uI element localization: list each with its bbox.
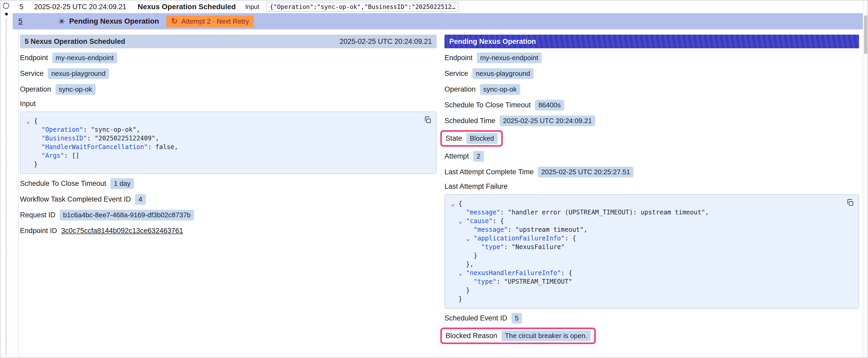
event-name: Nexus Operation Scheduled [138, 3, 236, 11]
field-value-chip: sync-op-ok [480, 84, 520, 95]
content-area: 5 2025-02-25 UTC 20:24:09.21 Nexus Opera… [12, 1, 863, 357]
field-value-chip: 2025-02-25 UTC 20:25:27.51 [538, 167, 633, 177]
field-label: Endpoint [444, 54, 473, 62]
field-label: Endpoint [20, 54, 48, 62]
collapse-icon[interactable]: ⌄ [26, 117, 34, 125]
field-row-operation: Operation sync-op-ok [444, 83, 859, 96]
pending-event-id-link[interactable]: 5 [19, 17, 58, 26]
attempt-retry-label: Attempt 2 · Next Retry [182, 17, 249, 26]
timeline-dot-icon [5, 12, 8, 15]
copy-icon[interactable] [424, 116, 432, 124]
field-label: Workflow Task Completed Event ID [20, 195, 131, 203]
field-value-chip: 86400s [535, 100, 564, 110]
retry-icon: ↻ [171, 17, 178, 25]
field-label: Scheduled Event ID [444, 314, 507, 322]
failure-section-label: Last Attempt Failure [444, 183, 859, 191]
field-row-state: State Blocked [444, 130, 859, 147]
field-row-last-attempt-complete: Last Attempt Complete Time 2025-02-25 UT… [444, 166, 859, 178]
copy-icon[interactable] [846, 198, 854, 207]
field-row-service: Service nexus-playground [444, 67, 859, 80]
blocked-reason-value-chip: The circuit breaker is open. [501, 330, 591, 341]
state-value-chip: Blocked [466, 133, 498, 144]
event-history-view: 5 2025-02-25 UTC 20:24:09.21 Nexus Opera… [1, 1, 867, 357]
field-label: Operation [20, 85, 51, 93]
event-detail-panel: 5 Nexus Operation Scheduled 2025-02-25 U… [20, 35, 437, 357]
timeline-connector-line [6, 19, 6, 355]
field-value-chip: nexus-playground [472, 68, 533, 79]
field-label: Schedule To Close Timeout [20, 180, 106, 188]
field-value-chip: my-nexus-endpoint [477, 53, 542, 63]
field-row-endpoint-id: Endpoint ID 3c0c75ccfa8144b092c13ce63246… [20, 224, 437, 237]
field-label: Service [444, 70, 468, 78]
field-row-scheduled-time: Scheduled Time 2025-02-25 UTC 20:24:09.2… [444, 115, 859, 127]
field-row-wft-completed-id: Workflow Task Completed Event ID 4 [20, 193, 437, 205]
field-label: Last Attempt Complete Time [444, 168, 533, 176]
field-row-schedule-to-close: Schedule To Close Timeout 86400s [444, 99, 859, 111]
timeline-spinner-icon [3, 3, 9, 9]
field-row-schedule-to-close: Schedule To Close Timeout 1 day [20, 177, 437, 190]
pending-operation-row[interactable]: 5 ✳ Pending Nexus Operation ↻ Attempt 2 … [12, 13, 863, 29]
attempt-retry-badge: ↻ Attempt 2 · Next Retry [166, 15, 253, 27]
field-label: Operation [444, 85, 476, 93]
collapse-icon[interactable]: ⌄ [459, 269, 466, 276]
field-label: Endpoint ID [20, 227, 57, 235]
input-section-label: Input [20, 100, 437, 108]
field-value-chip: 4 [135, 194, 146, 205]
pending-operation-header: Pending Nexus Operation [444, 35, 859, 48]
field-value-chip: sync-op-ok [56, 84, 96, 95]
pending-operation-panel: Pending Nexus Operation Endpoint my-nexu… [444, 35, 859, 357]
field-row-operation: Operation sync-op-ok [20, 83, 437, 96]
field-row-attempt: Attempt 2 [444, 150, 859, 162]
input-json-viewer: ⌄ { "Operation": "sync-op-ok", "Business… [20, 111, 437, 174]
event-timestamp: 2025-02-25 UTC 20:24:09.21 [34, 3, 131, 11]
field-row-endpoint: Endpoint my-nexus-endpoint [20, 52, 437, 64]
endpoint-id-link[interactable]: 3c0c75ccfa8144b092c13ce632463761 [61, 227, 183, 235]
field-value-chip: 5 [512, 313, 522, 324]
field-value-chip: b1c6a4bc-8ee7-468a-9169-df3b02c8737b [60, 210, 194, 221]
field-row-blocked-reason: Blocked Reason The circuit breaker is op… [444, 328, 859, 344]
state-annotation-highlight: State Blocked [440, 130, 503, 147]
field-label: Scheduled Time [444, 117, 495, 125]
field-row-request-id: Request ID b1c6a4bc-8ee7-468a-9169-df3b0… [20, 209, 437, 221]
field-value-chip: 1 day [110, 178, 134, 189]
blocked-reason-annotation-highlight: Blocked Reason The circuit breaker is op… [440, 328, 596, 344]
vertical-scrollbar[interactable] [863, 1, 867, 357]
event-detail-label: Input [245, 3, 259, 10]
pending-asterisk-icon: ✳ [58, 17, 65, 26]
field-value-chip: my-nexus-endpoint [52, 53, 117, 63]
field-row-endpoint: Endpoint my-nexus-endpoint [444, 52, 859, 64]
field-row-scheduled-event-id: Scheduled Event ID 5 [444, 312, 859, 324]
field-label: Schedule To Close Timeout [444, 101, 531, 109]
timeline-gutter [1, 1, 12, 357]
event-detail-title: 5 Nexus Operation Scheduled [25, 37, 125, 46]
field-label: Service [20, 70, 43, 78]
field-label: State [445, 134, 462, 142]
field-value-chip: nexus-playground [48, 68, 109, 79]
event-detail-panels: 5 Nexus Operation Scheduled 2025-02-25 U… [19, 29, 863, 357]
event-detail-timestamp: 2025-02-25 UTC 20:24:09.21 [340, 37, 432, 46]
pending-operation-title: Pending Nexus Operation [69, 17, 159, 26]
event-history-row[interactable]: 5 2025-02-25 UTC 20:24:09.21 Nexus Opera… [12, 1, 863, 13]
collapse-icon[interactable]: ⌄ [459, 217, 466, 225]
field-value-chip: 2 [473, 151, 484, 162]
field-row-service: Service nexus-playground [20, 67, 437, 80]
collapse-icon[interactable]: ⌄ [466, 235, 474, 242]
collapse-icon[interactable]: ⌄ [451, 200, 459, 207]
pending-operation-header-title: Pending Nexus Operation [449, 37, 536, 46]
field-label: Blocked Reason [445, 332, 497, 340]
field-value-chip: 2025-02-25 UTC 20:24:09.21 [500, 116, 595, 126]
failure-json-viewer: ⌄ { "message": "handler error (UPSTREAM_… [444, 194, 859, 308]
event-input-preview: {"Operation":"sync-op-ok","BusinessID":"… [266, 2, 459, 12]
event-id: 5 [20, 3, 27, 11]
field-label: Attempt [444, 152, 469, 160]
event-detail-header: 5 Nexus Operation Scheduled 2025-02-25 U… [20, 35, 437, 48]
field-label: Request ID [20, 211, 56, 219]
scrollbar-thumb[interactable] [864, 15, 867, 54]
